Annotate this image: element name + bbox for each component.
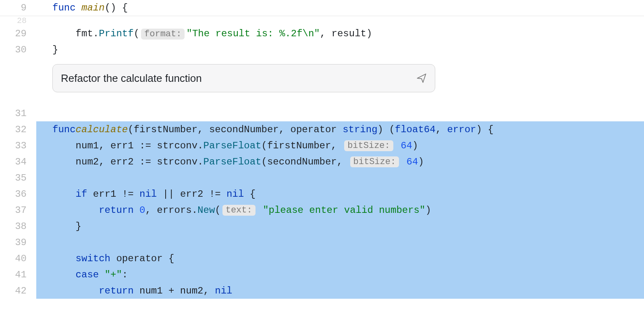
code-content: fmt.Printf(format:"The result is: %.2f\n… bbox=[36, 28, 644, 39]
code-line-selected: 34 num2, err2 := strconv.ParseFloat(seco… bbox=[0, 154, 644, 170]
line-number: 32 bbox=[0, 124, 36, 135]
code-content: } bbox=[36, 218, 644, 234]
code-editor[interactable]: 9 func main() { 28 29 fmt.Printf(format:… bbox=[0, 0, 644, 299]
code-content: return num1 + num2, nil bbox=[36, 283, 644, 299]
line-number: 29 bbox=[0, 28, 36, 39]
sticky-header-line: 9 func main() { bbox=[0, 0, 644, 16]
code-line-selected: 37 return 0, errors.New(text: "please en… bbox=[0, 202, 644, 218]
inlay-hint: bitSize: bbox=[350, 156, 399, 167]
line-number: 38 bbox=[0, 221, 36, 232]
line-number: 35 bbox=[0, 173, 36, 183]
line-number: 41 bbox=[0, 269, 36, 280]
code-line-selected: 42 return num1 + num2, nil bbox=[0, 283, 644, 299]
code-content: if err1 != nil || err2 != nil { bbox=[36, 186, 644, 202]
code-content: func calculate(firstNumber, secondNumber… bbox=[36, 121, 644, 137]
line-number: 36 bbox=[0, 189, 36, 200]
code-content: switch operator { bbox=[36, 250, 644, 266]
code-content: num2, err2 := strconv.ParseFloat(secondN… bbox=[36, 154, 644, 170]
code-line-selected: 39 bbox=[0, 234, 644, 250]
code-content: } bbox=[36, 44, 644, 55]
code-line-selected: 32 func calculate(firstNumber, secondNum… bbox=[0, 121, 644, 137]
inline-prompt-row bbox=[0, 58, 644, 105]
code-content bbox=[36, 234, 644, 250]
line-number: 28 bbox=[0, 16, 36, 25]
line-number: 37 bbox=[0, 205, 36, 216]
line-number: 39 bbox=[0, 237, 36, 248]
line-number: 31 bbox=[0, 108, 36, 119]
code-line-selected: 38 } bbox=[0, 218, 644, 234]
send-icon[interactable] bbox=[415, 72, 428, 84]
line-number: 30 bbox=[0, 44, 36, 55]
code-line: 31 bbox=[0, 105, 644, 121]
inlay-hint: text: bbox=[222, 205, 256, 216]
code-line: 28 bbox=[0, 16, 644, 25]
line-number: 33 bbox=[0, 140, 36, 151]
line-number: 34 bbox=[0, 156, 36, 167]
code-line-selected: 41 case "+": bbox=[0, 266, 644, 283]
code-line: 29 fmt.Printf(format:"The result is: %.2… bbox=[0, 25, 644, 42]
code-content bbox=[36, 170, 644, 186]
line-number: 42 bbox=[0, 285, 36, 296]
code-line-selected: 33 num1, err1 := strconv.ParseFloat(firs… bbox=[0, 137, 644, 154]
code-content: return 0, errors.New(text: "please enter… bbox=[36, 202, 644, 218]
ai-prompt-box[interactable] bbox=[52, 64, 435, 92]
code-line-selected: 36 if err1 != nil || err2 != nil { bbox=[0, 186, 644, 202]
code-line: 30 } bbox=[0, 42, 644, 58]
line-number: 9 bbox=[0, 2, 36, 13]
inlay-hint: format: bbox=[141, 29, 185, 40]
inlay-hint: bitSize: bbox=[344, 140, 393, 151]
code-content: case "+": bbox=[36, 266, 644, 283]
ai-prompt-input[interactable] bbox=[60, 72, 415, 85]
code-line-selected: 35 bbox=[0, 170, 644, 186]
code-content: num1, err1 := strconv.ParseFloat(firstNu… bbox=[36, 137, 644, 154]
line-number: 40 bbox=[0, 253, 36, 264]
code-content: func main() { bbox=[36, 2, 644, 13]
code-line-selected: 40 switch operator { bbox=[0, 250, 644, 266]
